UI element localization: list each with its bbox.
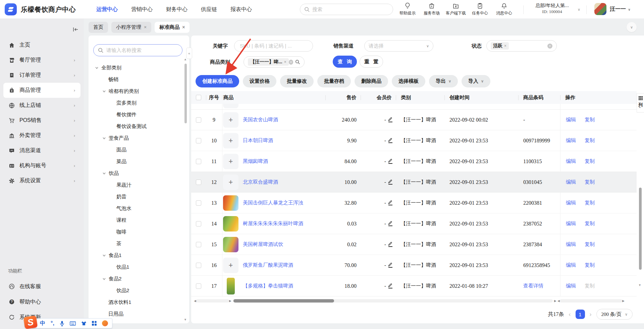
tree-item[interactable]: 茶 bbox=[89, 238, 184, 250]
tree-item[interactable]: 全部类别 bbox=[89, 62, 184, 74]
ime-lang-toggle[interactable]: 中 bbox=[40, 320, 45, 327]
tree-item[interactable]: 酒水饮料1 bbox=[89, 297, 184, 308]
edit-link[interactable]: 编辑 bbox=[566, 262, 576, 268]
copy-link[interactable]: 复制 bbox=[585, 220, 595, 227]
scroll-left-icon[interactable]: ◀ bbox=[194, 299, 196, 303]
row-checkbox[interactable] bbox=[196, 180, 201, 185]
delete-products-button[interactable]: 删除商品 bbox=[355, 75, 388, 87]
table-vscrollbar-thumb[interactable] bbox=[639, 188, 642, 270]
search-icon[interactable] bbox=[295, 59, 300, 65]
tabbar-collapse-button[interactable]: ∨ bbox=[627, 22, 637, 32]
view-details-link[interactable]: 查看详情 bbox=[523, 283, 543, 288]
tree-item[interactable]: 蛮多类别 bbox=[89, 97, 184, 109]
product-image-placeholder[interactable]: + bbox=[223, 112, 238, 128]
hscrollbar-right[interactable]: ◀▶ bbox=[557, 299, 625, 303]
chevron-down-icon[interactable] bbox=[102, 254, 106, 257]
category-search[interactable] bbox=[93, 44, 182, 56]
ime-emoji-icon[interactable] bbox=[102, 320, 108, 326]
page-size-select[interactable]: 200 条/页∨ bbox=[596, 309, 633, 320]
sidebar-item-pos[interactable]: POS销售 › bbox=[3, 113, 80, 128]
chevron-down-icon[interactable] bbox=[102, 136, 106, 140]
row-checkbox[interactable] bbox=[196, 200, 201, 206]
tree-item[interactable]: 食品1 bbox=[89, 250, 184, 261]
query-button[interactable]: 查 询 bbox=[333, 56, 357, 68]
tab-standard-products[interactable]: 标准商品× bbox=[155, 22, 190, 33]
product-name-link[interactable]: 俄罗斯鱼厂酸果泥啤酒 bbox=[243, 262, 293, 268]
product-name-link[interactable]: 树屋朱朱朱朱朱朱丽叶啤酒 bbox=[243, 220, 303, 227]
clear-icon[interactable]: × bbox=[289, 60, 293, 65]
batch-archive-button[interactable]: 批量存档 bbox=[317, 75, 351, 87]
panel-collapse-handle[interactable]: « bbox=[186, 48, 192, 59]
copy-link[interactable]: 复制 bbox=[585, 262, 595, 268]
scroll-down-icon[interactable]: ▼ bbox=[184, 318, 187, 321]
client-download-button[interactable]: 客户端下载 bbox=[445, 2, 467, 16]
edit-link[interactable]: 编辑 bbox=[566, 117, 576, 123]
tree-item[interactable]: 畅销 bbox=[89, 74, 184, 85]
tree-item[interactable]: 咖啡 bbox=[89, 226, 184, 238]
copy-link[interactable]: 复制 bbox=[585, 241, 595, 248]
sidebar-item-online-support[interactable]: 在线客服 bbox=[3, 279, 80, 294]
sidebar-item-org-accounts[interactable]: 机构与账号 › bbox=[3, 158, 80, 173]
edit-link[interactable]: 编辑 bbox=[566, 283, 576, 289]
product-name-link[interactable]: 美国击倒巨人暴龙之王浑浊 bbox=[243, 200, 303, 206]
product-image-placeholder[interactable]: + bbox=[223, 154, 238, 169]
edit-link[interactable]: 编辑 bbox=[566, 137, 576, 144]
edit-member-price-icon[interactable] bbox=[388, 221, 392, 226]
user-avatar[interactable] bbox=[594, 3, 606, 15]
product-name-link[interactable]: 美国树屋啤酒试饮 bbox=[243, 241, 283, 248]
product-name-link[interactable]: 日本朝日啤酒 bbox=[243, 137, 273, 144]
microphone-icon[interactable] bbox=[60, 321, 64, 326]
tab-mini-program[interactable]: 小程序管理× bbox=[111, 22, 151, 33]
create-standard-product-button[interactable]: 创建标准商品 bbox=[196, 75, 239, 87]
copy-link[interactable]: 复制 bbox=[585, 179, 595, 185]
tree-item[interactable]: 奶昔 bbox=[89, 191, 184, 203]
tree-item[interactable]: 气泡水 bbox=[89, 203, 184, 214]
current-page-button[interactable]: 1 bbox=[576, 310, 585, 319]
edit-member-price-icon[interactable] bbox=[388, 200, 392, 205]
copy-link[interactable]: 复制 bbox=[585, 200, 595, 206]
prev-page-icon[interactable]: ‹ bbox=[569, 311, 571, 318]
header-nav-item[interactable]: 供应链 bbox=[201, 6, 217, 13]
copy-link[interactable]: 复制 bbox=[585, 117, 595, 123]
tab-home[interactable]: 首页 bbox=[89, 22, 108, 33]
tree-item[interactable]: 餐饮摆件 bbox=[89, 109, 184, 121]
tree-item[interactable]: 课程 bbox=[89, 214, 184, 226]
status-select[interactable]: 活跃× × bbox=[486, 40, 557, 52]
product-name-link[interactable]: 北京双合盛啤酒 bbox=[243, 179, 278, 185]
column-settings-tab[interactable]: 列 bbox=[637, 93, 644, 113]
export-button[interactable]: 导出∨ bbox=[429, 75, 458, 87]
chevron-down-icon[interactable] bbox=[102, 172, 106, 175]
tree-item[interactable]: 饮品 bbox=[89, 168, 184, 179]
sidebar-item-restaurant[interactable]: 餐厅管理 › bbox=[3, 53, 80, 68]
batch-edit-button[interactable]: 批量修改 bbox=[280, 75, 314, 87]
ime-logo[interactable]: S bbox=[23, 316, 38, 329]
toolbox-grid-icon[interactable] bbox=[92, 321, 97, 326]
row-checkbox[interactable] bbox=[196, 138, 201, 143]
edit-member-price-icon[interactable] bbox=[388, 117, 392, 122]
close-icon[interactable]: × bbox=[182, 24, 185, 30]
edit-link[interactable]: 编辑 bbox=[566, 158, 576, 164]
set-price-button[interactable]: 设置价格 bbox=[243, 75, 276, 87]
select-template-button[interactable]: 选择模板 bbox=[392, 75, 425, 87]
chevron-down-icon[interactable] bbox=[102, 89, 106, 93]
chevron-down-icon[interactable] bbox=[102, 277, 106, 281]
row-checkbox[interactable] bbox=[196, 221, 201, 226]
edit-member-price-icon[interactable] bbox=[388, 283, 392, 288]
clear-icon[interactable]: × bbox=[547, 44, 552, 49]
sidebar-item-message-channels[interactable]: 消息渠道 › bbox=[3, 143, 80, 158]
edit-member-price-icon[interactable] bbox=[388, 263, 392, 268]
row-checkbox[interactable] bbox=[196, 242, 201, 247]
keyboard-icon[interactable] bbox=[70, 321, 76, 326]
remove-tag-icon[interactable]: × bbox=[284, 60, 286, 64]
product-image-placeholder[interactable]: + bbox=[223, 133, 238, 148]
skin-shirt-icon[interactable] bbox=[81, 321, 87, 326]
tree-item[interactable]: 饮品2 bbox=[89, 285, 184, 297]
sidebar-item-home[interactable]: 主页 bbox=[3, 38, 80, 53]
product-name-link[interactable]: 美国农舍山啤酒 bbox=[243, 117, 278, 123]
sidebar-item-help-center[interactable]: ? 帮助中心 bbox=[3, 294, 80, 310]
next-page-icon[interactable]: › bbox=[590, 311, 592, 318]
edit-link[interactable]: 编辑 bbox=[566, 241, 576, 248]
category-search-input[interactable] bbox=[106, 47, 177, 53]
hscrollbar-left[interactable]: ◀▶ bbox=[194, 299, 231, 303]
scroll-right-icon[interactable]: ▶ bbox=[622, 299, 625, 303]
